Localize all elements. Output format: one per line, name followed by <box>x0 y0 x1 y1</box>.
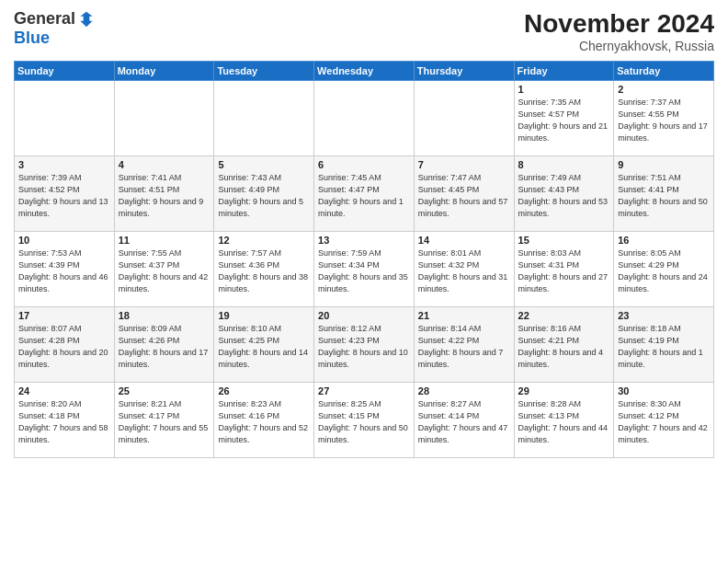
calendar-week-1: 1Sunrise: 7:35 AM Sunset: 4:57 PM Daylig… <box>15 81 714 156</box>
day-info: Sunrise: 7:59 AM Sunset: 4:34 PM Dayligh… <box>318 247 410 295</box>
table-row: 20Sunrise: 8:12 AM Sunset: 4:23 PM Dayli… <box>314 307 415 383</box>
day-info: Sunrise: 7:49 AM Sunset: 4:43 PM Dayligh… <box>518 172 610 220</box>
day-number: 25 <box>119 385 210 396</box>
table-row: 30Sunrise: 8:30 AM Sunset: 4:12 PM Dayli… <box>614 383 714 458</box>
col-thursday: Thursday <box>414 62 514 81</box>
table-row: 4Sunrise: 7:41 AM Sunset: 4:51 PM Daylig… <box>114 156 214 232</box>
day-number: 30 <box>618 385 710 396</box>
day-info: Sunrise: 7:55 AM Sunset: 4:37 PM Dayligh… <box>119 247 210 295</box>
table-row: 9Sunrise: 7:51 AM Sunset: 4:41 PM Daylig… <box>614 156 714 232</box>
day-info: Sunrise: 8:16 AM Sunset: 4:21 PM Dayligh… <box>518 323 610 371</box>
month-title: November 2024 <box>524 9 714 39</box>
day-info: Sunrise: 7:53 AM Sunset: 4:39 PM Dayligh… <box>18 247 110 295</box>
day-number: 2 <box>618 84 710 95</box>
table-row: 22Sunrise: 8:16 AM Sunset: 4:21 PM Dayli… <box>514 307 614 383</box>
table-row <box>214 81 314 156</box>
day-info: Sunrise: 8:09 AM Sunset: 4:26 PM Dayligh… <box>119 323 210 371</box>
table-row: 13Sunrise: 7:59 AM Sunset: 4:34 PM Dayli… <box>314 232 415 307</box>
day-info: Sunrise: 8:12 AM Sunset: 4:23 PM Dayligh… <box>318 323 410 371</box>
day-number: 4 <box>119 159 210 170</box>
table-row: 3Sunrise: 7:39 AM Sunset: 4:52 PM Daylig… <box>15 156 115 232</box>
table-row: 8Sunrise: 7:49 AM Sunset: 4:43 PM Daylig… <box>514 156 614 232</box>
table-row: 21Sunrise: 8:14 AM Sunset: 4:22 PM Dayli… <box>414 307 514 383</box>
day-number: 27 <box>318 385 410 396</box>
day-number: 5 <box>218 159 310 170</box>
day-number: 1 <box>518 84 610 95</box>
day-number: 13 <box>318 235 410 246</box>
logo-icon <box>77 10 96 29</box>
table-row: 11Sunrise: 7:55 AM Sunset: 4:37 PM Dayli… <box>114 232 214 307</box>
table-row <box>114 81 214 156</box>
table-row: 6Sunrise: 7:45 AM Sunset: 4:47 PM Daylig… <box>314 156 415 232</box>
calendar-week-4: 17Sunrise: 8:07 AM Sunset: 4:28 PM Dayli… <box>15 307 714 383</box>
day-info: Sunrise: 8:28 AM Sunset: 4:13 PM Dayligh… <box>518 398 610 446</box>
logo-general: General <box>14 9 75 29</box>
day-info: Sunrise: 7:47 AM Sunset: 4:45 PM Dayligh… <box>418 172 510 220</box>
calendar-week-3: 10Sunrise: 7:53 AM Sunset: 4:39 PM Dayli… <box>15 232 714 307</box>
day-number: 9 <box>618 159 710 170</box>
col-friday: Friday <box>514 62 614 81</box>
day-number: 12 <box>218 235 310 246</box>
table-row <box>314 81 415 156</box>
day-number: 23 <box>618 310 710 321</box>
day-number: 19 <box>218 310 310 321</box>
table-row: 17Sunrise: 8:07 AM Sunset: 4:28 PM Dayli… <box>15 307 115 383</box>
day-info: Sunrise: 7:39 AM Sunset: 4:52 PM Dayligh… <box>18 172 110 220</box>
table-row: 1Sunrise: 7:35 AM Sunset: 4:57 PM Daylig… <box>514 81 614 156</box>
day-number: 24 <box>18 385 110 396</box>
day-info: Sunrise: 8:23 AM Sunset: 4:16 PM Dayligh… <box>218 398 310 446</box>
header: General Blue November 2024 Chernyakhovsk… <box>14 9 714 53</box>
day-number: 29 <box>518 385 610 396</box>
day-number: 16 <box>618 235 710 246</box>
calendar-week-5: 24Sunrise: 8:20 AM Sunset: 4:18 PM Dayli… <box>15 383 714 458</box>
calendar-body: 1Sunrise: 7:35 AM Sunset: 4:57 PM Daylig… <box>15 81 714 458</box>
day-info: Sunrise: 8:10 AM Sunset: 4:25 PM Dayligh… <box>218 323 310 371</box>
location: Chernyakhovsk, Russia <box>524 39 714 53</box>
day-info: Sunrise: 8:20 AM Sunset: 4:18 PM Dayligh… <box>18 398 110 446</box>
day-info: Sunrise: 8:25 AM Sunset: 4:15 PM Dayligh… <box>318 398 410 446</box>
day-info: Sunrise: 7:37 AM Sunset: 4:55 PM Dayligh… <box>618 97 710 144</box>
table-row: 5Sunrise: 7:43 AM Sunset: 4:49 PM Daylig… <box>214 156 314 232</box>
table-row: 10Sunrise: 7:53 AM Sunset: 4:39 PM Dayli… <box>15 232 115 307</box>
col-sunday: Sunday <box>15 62 115 81</box>
day-number: 26 <box>218 385 310 396</box>
day-number: 17 <box>18 310 110 321</box>
day-number: 28 <box>418 385 510 396</box>
logo: General Blue <box>14 9 96 48</box>
table-row: 24Sunrise: 8:20 AM Sunset: 4:18 PM Dayli… <box>15 383 115 458</box>
day-info: Sunrise: 8:27 AM Sunset: 4:14 PM Dayligh… <box>418 398 510 446</box>
table-row: 18Sunrise: 8:09 AM Sunset: 4:26 PM Dayli… <box>114 307 214 383</box>
day-info: Sunrise: 8:07 AM Sunset: 4:28 PM Dayligh… <box>18 323 110 371</box>
table-row: 16Sunrise: 8:05 AM Sunset: 4:29 PM Dayli… <box>614 232 714 307</box>
table-row: 19Sunrise: 8:10 AM Sunset: 4:25 PM Dayli… <box>214 307 314 383</box>
title-area: November 2024 Chernyakhovsk, Russia <box>524 9 714 53</box>
col-saturday: Saturday <box>614 62 714 81</box>
table-row: 29Sunrise: 8:28 AM Sunset: 4:13 PM Dayli… <box>514 383 614 458</box>
col-tuesday: Tuesday <box>214 62 314 81</box>
day-number: 11 <box>119 235 210 246</box>
table-row: 2Sunrise: 7:37 AM Sunset: 4:55 PM Daylig… <box>614 81 714 156</box>
calendar-header-row: Sunday Monday Tuesday Wednesday Thursday… <box>15 62 714 81</box>
day-info: Sunrise: 8:21 AM Sunset: 4:17 PM Dayligh… <box>119 398 210 446</box>
day-number: 14 <box>418 235 510 246</box>
table-row <box>414 81 514 156</box>
day-number: 6 <box>318 159 410 170</box>
day-number: 10 <box>18 235 110 246</box>
day-info: Sunrise: 7:51 AM Sunset: 4:41 PM Dayligh… <box>618 172 710 220</box>
table-row: 28Sunrise: 8:27 AM Sunset: 4:14 PM Dayli… <box>414 383 514 458</box>
calendar-week-2: 3Sunrise: 7:39 AM Sunset: 4:52 PM Daylig… <box>15 156 714 232</box>
day-number: 3 <box>18 159 110 170</box>
logo-blue-text: Blue <box>14 29 50 48</box>
day-info: Sunrise: 8:30 AM Sunset: 4:12 PM Dayligh… <box>618 398 710 446</box>
table-row: 14Sunrise: 8:01 AM Sunset: 4:32 PM Dayli… <box>414 232 514 307</box>
table-row: 27Sunrise: 8:25 AM Sunset: 4:15 PM Dayli… <box>314 383 415 458</box>
day-info: Sunrise: 7:43 AM Sunset: 4:49 PM Dayligh… <box>218 172 310 220</box>
day-info: Sunrise: 8:05 AM Sunset: 4:29 PM Dayligh… <box>618 247 710 295</box>
table-row: 25Sunrise: 8:21 AM Sunset: 4:17 PM Dayli… <box>114 383 214 458</box>
day-info: Sunrise: 7:57 AM Sunset: 4:36 PM Dayligh… <box>218 247 310 295</box>
logo-text: General <box>14 9 96 29</box>
day-number: 21 <box>418 310 510 321</box>
page: General Blue November 2024 Chernyakhovsk… <box>0 0 728 563</box>
table-row: 7Sunrise: 7:47 AM Sunset: 4:45 PM Daylig… <box>414 156 514 232</box>
day-info: Sunrise: 8:14 AM Sunset: 4:22 PM Dayligh… <box>418 323 510 371</box>
